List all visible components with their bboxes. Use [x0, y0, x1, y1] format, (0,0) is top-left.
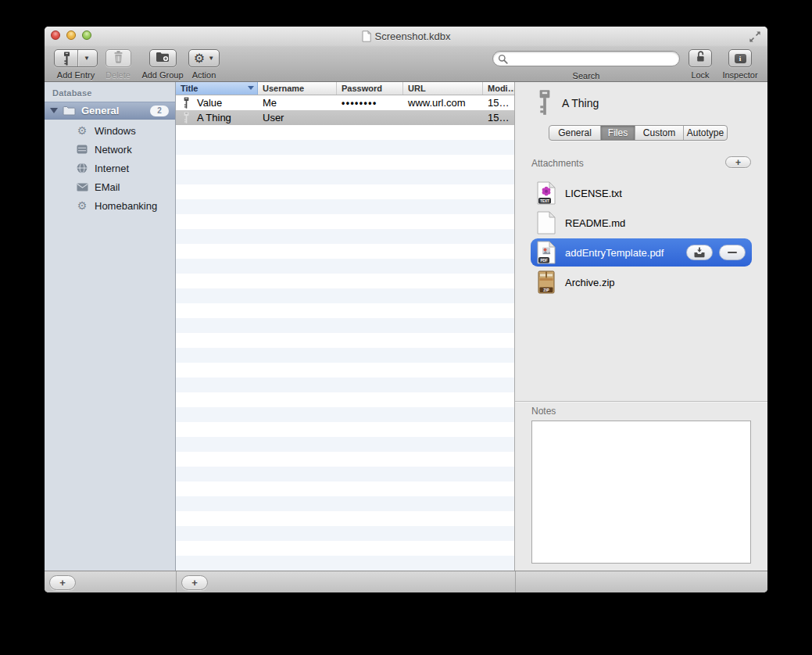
toolbar-item-add-group: Add Group — [137, 49, 188, 80]
key-icon — [182, 97, 191, 109]
lock-button[interactable] — [689, 49, 712, 67]
chevron-down-icon[interactable]: ▼ — [79, 55, 95, 62]
add-entry-button[interactable]: ▼ — [54, 49, 98, 67]
svg-text:ZIP: ZIP — [543, 288, 549, 292]
sidebar-item-internet[interactable]: Internet — [45, 159, 175, 177]
attachment-row[interactable]: README.md — [515, 208, 767, 238]
action-button[interactable]: ⚙ ▼ — [188, 49, 220, 67]
search-label: Search — [492, 71, 680, 81]
inspector-label: Inspector — [718, 70, 762, 80]
envelope-icon — [76, 181, 88, 193]
delete-label: Delete — [101, 70, 135, 80]
notes-label: Notes — [531, 406, 556, 417]
group-count-badge: 2 — [150, 106, 169, 116]
remove-attachment-button[interactable] — [719, 245, 746, 260]
gear-icon: ⚙ — [76, 124, 88, 137]
add-attachment-button[interactable]: + — [725, 156, 751, 168]
tab-autotype[interactable]: Autotype — [684, 126, 727, 140]
empty-rows — [176, 125, 514, 571]
sidebar-group-general[interactable]: General 2 — [45, 102, 175, 120]
magnifier-icon — [498, 54, 508, 64]
entry-title: A Thing — [562, 97, 599, 109]
app-window: Screenshot.kdbx ▼ Add Entry Delete — [45, 27, 767, 592]
folder-icon — [63, 106, 76, 116]
notes-textarea[interactable] — [531, 421, 751, 564]
action-label: Action — [186, 70, 222, 80]
search-input[interactable] — [511, 52, 679, 65]
document-proxy-icon — [362, 30, 371, 42]
split-divider — [77, 50, 78, 66]
titlebar: Screenshot.kdbx — [45, 27, 767, 45]
toolbar-item-lock: Lock — [689, 49, 712, 80]
server-icon — [76, 143, 88, 156]
toolbar-item-action: ⚙ ▼ Action — [186, 49, 222, 80]
gear-icon: ⚙ — [194, 52, 205, 65]
info-icon: i — [735, 54, 746, 63]
pdf-file-icon: PDF — [537, 241, 556, 264]
add-entry-label: Add Entry — [52, 70, 99, 80]
disclosure-triangle-icon[interactable] — [50, 108, 58, 113]
attachment-actions — [686, 245, 746, 260]
sidebar-items: ⚙ Windows Network Internet — [45, 121, 175, 215]
add-group-bottom-button[interactable]: + — [49, 575, 76, 590]
attachment-row-selected[interactable]: PDF addEntryTemplate.pdf — [531, 238, 752, 267]
toolbar-item-add-entry: ▼ Add Entry — [52, 49, 99, 80]
zip-file-icon: ZIP — [537, 270, 556, 294]
add-group-button[interactable] — [149, 49, 177, 67]
search-field[interactable] — [492, 51, 680, 66]
divider — [515, 571, 516, 592]
sidebar-item-network[interactable]: Network — [45, 140, 175, 159]
table-header: Title Username Password URL Modi… — [176, 82, 514, 95]
inspector-tabs: General Files Custom Autotype — [549, 125, 728, 141]
trash-icon — [113, 50, 124, 66]
attachment-row[interactable]: ZIP Archive.zip — [515, 267, 767, 297]
key-icon — [57, 52, 77, 66]
column-header-modified[interactable]: Modi… — [483, 82, 514, 95]
svg-text:PDF: PDF — [540, 259, 547, 263]
sidebar-item-email[interactable]: EMail — [45, 177, 175, 196]
column-header-username[interactable]: Username — [258, 82, 337, 95]
sidebar-item-windows[interactable]: ⚙ Windows — [45, 121, 175, 140]
text-file-icon: TEXT — [537, 181, 556, 205]
cell-title: Value — [197, 97, 222, 109]
window-title: Screenshot.kdbx — [375, 30, 451, 42]
column-header-title[interactable]: Title — [176, 82, 258, 95]
column-header-url[interactable]: URL — [403, 82, 483, 95]
column-header-password[interactable]: Password — [337, 82, 403, 95]
key-icon — [537, 89, 553, 119]
toolbar-item-inspector: i Inspector — [718, 49, 762, 80]
window-chrome: Screenshot.kdbx ▼ Add Entry Delete — [45, 27, 767, 82]
delete-button[interactable] — [106, 49, 131, 67]
content-area: Database General 2 ⚙ Windows Network — [45, 82, 767, 571]
cell-title: A Thing — [197, 112, 231, 123]
toolbar-item-delete: Delete — [101, 49, 135, 80]
sidebar-section-header: Database — [52, 88, 92, 98]
globe-icon — [76, 162, 88, 174]
fullscreen-icon[interactable] — [748, 30, 762, 44]
inspector-button[interactable]: i — [728, 49, 752, 67]
export-tray-icon — [693, 247, 706, 258]
entry-table: Title Username Password URL Modi… Value … — [176, 82, 515, 571]
tab-files[interactable]: Files — [601, 126, 635, 140]
attachments-label: Attachments — [531, 158, 584, 169]
tab-custom[interactable]: Custom — [635, 126, 684, 140]
table-row[interactable]: Value Me •••••••• www.url.com 15… — [176, 95, 514, 110]
add-group-label: Add Group — [137, 70, 188, 80]
attachment-row[interactable]: TEXT LICENSE.txt — [515, 178, 767, 208]
chevron-down-icon: ▼ — [208, 55, 214, 62]
cell-url: www.url.com — [403, 97, 483, 109]
key-icon — [182, 112, 191, 123]
cell-modified: 15… — [483, 112, 514, 123]
svg-text:TEXT: TEXT — [540, 199, 549, 203]
attachments-list: TEXT LICENSE.txt README.md PDF addEntryT… — [515, 178, 767, 297]
document-file-icon — [537, 211, 556, 234]
minus-icon — [728, 252, 737, 254]
table-row-selected[interactable]: A Thing User 15… — [176, 110, 514, 125]
cell-password: •••••••• — [337, 98, 403, 109]
tab-general[interactable]: General — [549, 126, 601, 140]
sidebar-item-homebanking[interactable]: ⚙ Homebanking — [45, 196, 175, 215]
save-attachment-button[interactable] — [686, 245, 713, 260]
folder-plus-icon — [156, 51, 170, 66]
add-entry-bottom-button[interactable]: + — [181, 575, 208, 590]
lock-label: Lock — [689, 70, 712, 80]
